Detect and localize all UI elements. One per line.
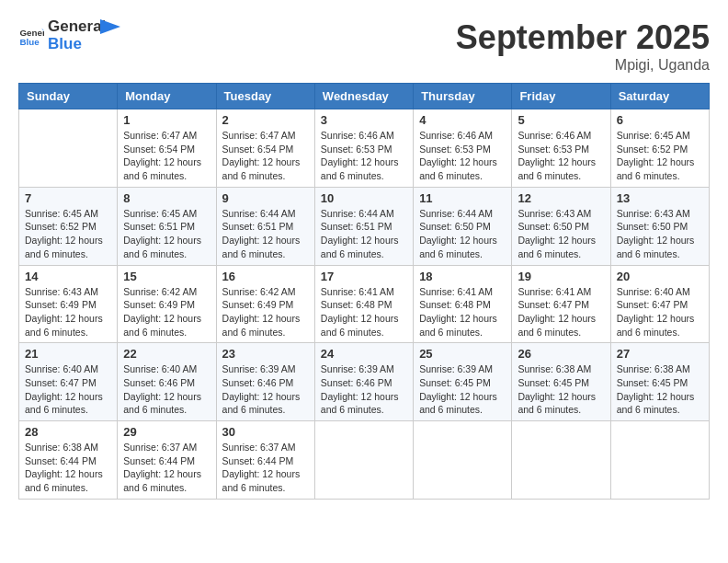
calendar-cell	[314, 421, 413, 500]
day-number: 19	[518, 270, 604, 283]
logo-icon: General Blue	[18, 23, 44, 49]
calendar-cell: 12Sunrise: 6:43 AM Sunset: 6:50 PM Dayli…	[512, 187, 610, 265]
day-number: 6	[617, 113, 703, 127]
day-info: Sunrise: 6:47 AM Sunset: 6:54 PM Dayligh…	[123, 129, 210, 183]
day-info: Sunrise: 6:45 AM Sunset: 6:52 PM Dayligh…	[25, 207, 111, 261]
day-number: 18	[419, 270, 506, 283]
day-number: 27	[617, 347, 703, 361]
day-number: 17	[321, 270, 407, 283]
header-monday: Monday	[118, 84, 216, 109]
day-number: 28	[25, 425, 111, 439]
svg-marker-4	[100, 19, 120, 34]
day-number: 5	[518, 113, 604, 127]
calendar-cell: 25Sunrise: 6:39 AM Sunset: 6:45 PM Dayli…	[414, 343, 512, 421]
calendar-cell: 26Sunrise: 6:38 AM Sunset: 6:45 PM Dayli…	[512, 343, 610, 421]
calendar-cell	[512, 421, 610, 500]
day-number: 22	[123, 347, 210, 361]
header-wednesday: Wednesday	[314, 84, 413, 109]
day-info: Sunrise: 6:44 AM Sunset: 6:50 PM Dayligh…	[419, 207, 506, 261]
day-number: 23	[222, 347, 309, 361]
day-number: 21	[25, 347, 111, 361]
header-sunday: Sunday	[19, 84, 118, 109]
calendar-cell: 4Sunrise: 6:46 AM Sunset: 6:53 PM Daylig…	[414, 109, 512, 188]
calendar-cell: 27Sunrise: 6:38 AM Sunset: 6:45 PM Dayli…	[610, 343, 709, 421]
calendar-table: SundayMondayTuesdayWednesdayThursdayFrid…	[18, 83, 710, 500]
calendar-cell: 10Sunrise: 6:44 AM Sunset: 6:51 PM Dayli…	[314, 187, 413, 265]
week-row-0: 1Sunrise: 6:47 AM Sunset: 6:54 PM Daylig…	[19, 109, 710, 188]
day-info: Sunrise: 6:39 AM Sunset: 6:46 PM Dayligh…	[321, 362, 407, 417]
day-info: Sunrise: 6:47 AM Sunset: 6:54 PM Dayligh…	[222, 129, 309, 183]
title-area: September 2025 Mpigi, Uganda	[456, 18, 710, 74]
day-info: Sunrise: 6:45 AM Sunset: 6:51 PM Dayligh…	[123, 207, 210, 261]
header-friday: Friday	[512, 84, 610, 109]
calendar-cell: 28Sunrise: 6:38 AM Sunset: 6:44 PM Dayli…	[19, 421, 118, 500]
day-number: 30	[222, 425, 309, 439]
location-title: Mpigi, Uganda	[456, 57, 710, 74]
day-info: Sunrise: 6:40 AM Sunset: 6:47 PM Dayligh…	[617, 285, 703, 339]
calendar-cell: 9Sunrise: 6:44 AM Sunset: 6:51 PM Daylig…	[216, 187, 314, 265]
calendar-cell: 7Sunrise: 6:45 AM Sunset: 6:52 PM Daylig…	[19, 187, 118, 265]
calendar-cell: 23Sunrise: 6:39 AM Sunset: 6:46 PM Dayli…	[216, 343, 314, 421]
day-number: 3	[321, 113, 407, 127]
svg-text:Blue: Blue	[19, 36, 40, 46]
calendar-cell: 18Sunrise: 6:41 AM Sunset: 6:48 PM Dayli…	[414, 265, 512, 343]
calendar-cell: 15Sunrise: 6:42 AM Sunset: 6:49 PM Dayli…	[118, 265, 216, 343]
day-info: Sunrise: 6:39 AM Sunset: 6:45 PM Dayligh…	[419, 362, 506, 417]
day-number: 8	[123, 191, 210, 205]
day-info: Sunrise: 6:41 AM Sunset: 6:47 PM Dayligh…	[518, 285, 604, 339]
logo-flag-icon	[100, 19, 120, 45]
logo-general-text: General	[48, 18, 106, 36]
day-number: 14	[25, 270, 111, 283]
day-number: 13	[617, 191, 703, 205]
calendar-cell: 5Sunrise: 6:46 AM Sunset: 6:53 PM Daylig…	[512, 109, 610, 188]
day-number: 25	[419, 347, 506, 361]
calendar-cell: 1Sunrise: 6:47 AM Sunset: 6:54 PM Daylig…	[118, 109, 216, 188]
week-row-4: 28Sunrise: 6:38 AM Sunset: 6:44 PM Dayli…	[19, 421, 710, 500]
calendar-cell: 8Sunrise: 6:45 AM Sunset: 6:51 PM Daylig…	[118, 187, 216, 265]
calendar-cell: 17Sunrise: 6:41 AM Sunset: 6:48 PM Dayli…	[314, 265, 413, 343]
day-number: 12	[518, 191, 604, 205]
calendar-cell: 11Sunrise: 6:44 AM Sunset: 6:50 PM Dayli…	[414, 187, 512, 265]
calendar-cell: 29Sunrise: 6:37 AM Sunset: 6:44 PM Dayli…	[118, 421, 216, 500]
day-info: Sunrise: 6:46 AM Sunset: 6:53 PM Dayligh…	[518, 129, 604, 183]
day-number: 9	[222, 191, 309, 205]
day-info: Sunrise: 6:41 AM Sunset: 6:48 PM Dayligh…	[321, 285, 407, 339]
day-number: 7	[25, 191, 111, 205]
logo-blue-text: Blue	[48, 36, 106, 53]
calendar-cell: 14Sunrise: 6:43 AM Sunset: 6:49 PM Dayli…	[19, 265, 118, 343]
day-info: Sunrise: 6:37 AM Sunset: 6:44 PM Dayligh…	[123, 441, 210, 495]
week-row-3: 21Sunrise: 6:40 AM Sunset: 6:47 PM Dayli…	[19, 343, 710, 421]
day-info: Sunrise: 6:42 AM Sunset: 6:49 PM Dayligh…	[222, 285, 309, 339]
header-saturday: Saturday	[610, 84, 709, 109]
calendar-cell	[19, 109, 118, 188]
day-info: Sunrise: 6:44 AM Sunset: 6:51 PM Dayligh…	[222, 207, 309, 261]
day-info: Sunrise: 6:37 AM Sunset: 6:44 PM Dayligh…	[222, 441, 309, 495]
day-number: 16	[222, 270, 309, 283]
calendar-cell: 13Sunrise: 6:43 AM Sunset: 6:50 PM Dayli…	[610, 187, 709, 265]
day-number: 2	[222, 113, 309, 127]
day-info: Sunrise: 6:41 AM Sunset: 6:48 PM Dayligh…	[419, 285, 506, 339]
calendar-cell: 30Sunrise: 6:37 AM Sunset: 6:44 PM Dayli…	[216, 421, 314, 500]
day-number: 1	[123, 113, 210, 127]
day-info: Sunrise: 6:44 AM Sunset: 6:51 PM Dayligh…	[321, 207, 407, 261]
calendar-cell: 21Sunrise: 6:40 AM Sunset: 6:47 PM Dayli…	[19, 343, 118, 421]
day-number: 4	[419, 113, 506, 127]
day-info: Sunrise: 6:43 AM Sunset: 6:49 PM Dayligh…	[25, 285, 111, 339]
day-info: Sunrise: 6:40 AM Sunset: 6:47 PM Dayligh…	[25, 362, 111, 417]
calendar-cell	[414, 421, 512, 500]
header-thursday: Thursday	[414, 84, 512, 109]
day-info: Sunrise: 6:46 AM Sunset: 6:53 PM Dayligh…	[419, 129, 506, 183]
day-number: 24	[321, 347, 407, 361]
day-number: 15	[123, 270, 210, 283]
day-info: Sunrise: 6:40 AM Sunset: 6:46 PM Dayligh…	[123, 362, 210, 417]
week-row-2: 14Sunrise: 6:43 AM Sunset: 6:49 PM Dayli…	[19, 265, 710, 343]
calendar-cell: 22Sunrise: 6:40 AM Sunset: 6:46 PM Dayli…	[118, 343, 216, 421]
week-row-1: 7Sunrise: 6:45 AM Sunset: 6:52 PM Daylig…	[19, 187, 710, 265]
day-number: 20	[617, 270, 703, 283]
calendar-cell: 16Sunrise: 6:42 AM Sunset: 6:49 PM Dayli…	[216, 265, 314, 343]
logo: General Blue General Blue	[18, 18, 120, 52]
day-number: 26	[518, 347, 604, 361]
calendar-cell: 3Sunrise: 6:46 AM Sunset: 6:53 PM Daylig…	[314, 109, 413, 188]
calendar-cell: 24Sunrise: 6:39 AM Sunset: 6:46 PM Dayli…	[314, 343, 413, 421]
day-info: Sunrise: 6:43 AM Sunset: 6:50 PM Dayligh…	[617, 207, 703, 261]
